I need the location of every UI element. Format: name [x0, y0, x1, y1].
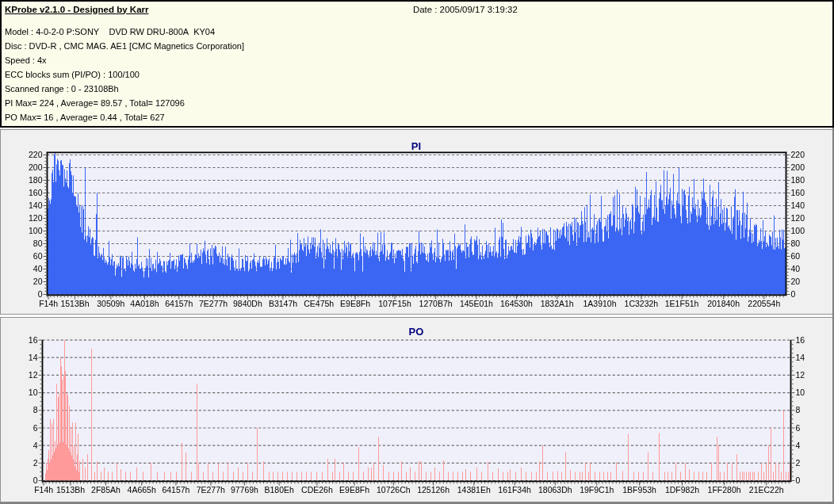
svg-text:B180Eh: B180Eh	[265, 485, 295, 494]
svg-text:1A3910h: 1A3910h	[583, 299, 616, 308]
svg-text:14: 14	[796, 353, 805, 362]
svg-text:140: 140	[29, 200, 43, 210]
svg-text:F14h: F14h	[34, 485, 53, 494]
svg-text:0: 0	[791, 289, 796, 299]
svg-text:PO: PO	[409, 326, 424, 338]
svg-text:80: 80	[791, 239, 801, 248]
svg-text:1BF953h: 1BF953h	[622, 485, 656, 494]
svg-text:9840Dh: 9840Dh	[233, 299, 262, 308]
svg-text:2F85Ah: 2F85Ah	[91, 485, 121, 494]
svg-text:4: 4	[796, 441, 801, 450]
svg-text:8: 8	[796, 405, 801, 414]
svg-text:220: 220	[29, 150, 43, 159]
svg-text:180: 180	[29, 175, 43, 185]
svg-text:16: 16	[796, 335, 805, 345]
svg-text:140: 140	[791, 200, 805, 210]
svg-text:220554h: 220554h	[748, 299, 780, 308]
svg-text:160: 160	[29, 188, 43, 197]
svg-text:1C3232h: 1C3232h	[625, 299, 659, 308]
svg-text:160: 160	[791, 188, 805, 197]
svg-text:200: 200	[791, 162, 805, 172]
svg-text:64157h: 64157h	[162, 485, 189, 494]
svg-text:21EC22h: 21EC22h	[749, 485, 784, 494]
svg-text:7E277h: 7E277h	[199, 299, 228, 308]
svg-text:18063Dh: 18063Dh	[538, 485, 572, 494]
svg-text:164530h: 164530h	[500, 299, 533, 308]
svg-text:80: 80	[33, 239, 43, 248]
svg-text:20: 20	[791, 277, 801, 286]
svg-text:PI: PI	[411, 140, 421, 152]
svg-text:200: 200	[29, 162, 43, 172]
svg-text:F14h: F14h	[39, 299, 58, 308]
svg-text:14381Eh: 14381Eh	[457, 485, 491, 494]
svg-text:1513Bh: 1513Bh	[60, 299, 89, 308]
svg-text:E9E8Fh: E9E8Fh	[340, 299, 370, 308]
svg-text:161F34h: 161F34h	[498, 485, 531, 494]
svg-text:0: 0	[796, 475, 801, 485]
svg-text:20: 20	[33, 277, 43, 286]
svg-text:120: 120	[791, 213, 805, 223]
svg-text:1DF982h: 1DF982h	[665, 485, 699, 494]
svg-text:16: 16	[29, 335, 38, 345]
svg-text:1832A1h: 1832A1h	[541, 299, 574, 308]
svg-text:145E01h: 145E01h	[460, 299, 493, 308]
svg-text:120: 120	[29, 213, 43, 223]
svg-text:107F15h: 107F15h	[378, 299, 411, 308]
svg-text:1270B7h: 1270B7h	[419, 299, 453, 308]
svg-text:40: 40	[33, 264, 43, 273]
svg-text:125126h: 125126h	[417, 485, 450, 494]
svg-text:10726Ch: 10726Ch	[377, 485, 411, 494]
svg-text:0: 0	[33, 475, 38, 485]
svg-text:100: 100	[791, 226, 805, 235]
svg-text:97769h: 97769h	[231, 485, 258, 494]
svg-text:1513Bh: 1513Bh	[56, 485, 85, 494]
svg-text:2: 2	[33, 458, 38, 468]
svg-text:CDE26h: CDE26h	[301, 485, 333, 494]
svg-text:40: 40	[791, 264, 801, 273]
svg-text:100: 100	[29, 226, 43, 235]
svg-text:E9E8Fh: E9E8Fh	[339, 485, 369, 494]
svg-text:7E277h: 7E277h	[197, 485, 225, 494]
svg-text:4A018h: 4A018h	[130, 299, 159, 308]
svg-text:12: 12	[29, 370, 38, 380]
svg-text:B3147h: B3147h	[269, 299, 297, 308]
svg-text:30509h: 30509h	[97, 299, 124, 308]
svg-text:CE475h: CE475h	[304, 299, 334, 308]
svg-text:0: 0	[38, 289, 43, 299]
svg-text:60: 60	[33, 251, 43, 261]
svg-text:60: 60	[791, 251, 801, 261]
svg-text:6: 6	[796, 423, 801, 433]
svg-text:64157h: 64157h	[165, 299, 193, 308]
svg-text:10: 10	[29, 388, 38, 397]
svg-text:6: 6	[33, 423, 38, 433]
svg-text:4A665h: 4A665h	[128, 485, 156, 494]
svg-text:1FF280h: 1FF280h	[708, 485, 741, 494]
svg-text:4: 4	[33, 441, 38, 450]
svg-text:12: 12	[796, 370, 805, 380]
svg-text:1E1F51h: 1E1F51h	[665, 299, 699, 308]
svg-text:220: 220	[791, 150, 805, 159]
svg-text:2: 2	[796, 458, 801, 468]
svg-text:10: 10	[796, 388, 805, 397]
svg-text:180: 180	[791, 175, 805, 185]
svg-text:201840h: 201840h	[707, 299, 740, 308]
svg-text:14: 14	[29, 353, 38, 362]
svg-text:8: 8	[33, 405, 38, 414]
svg-text:19F9C1h: 19F9C1h	[580, 485, 614, 494]
